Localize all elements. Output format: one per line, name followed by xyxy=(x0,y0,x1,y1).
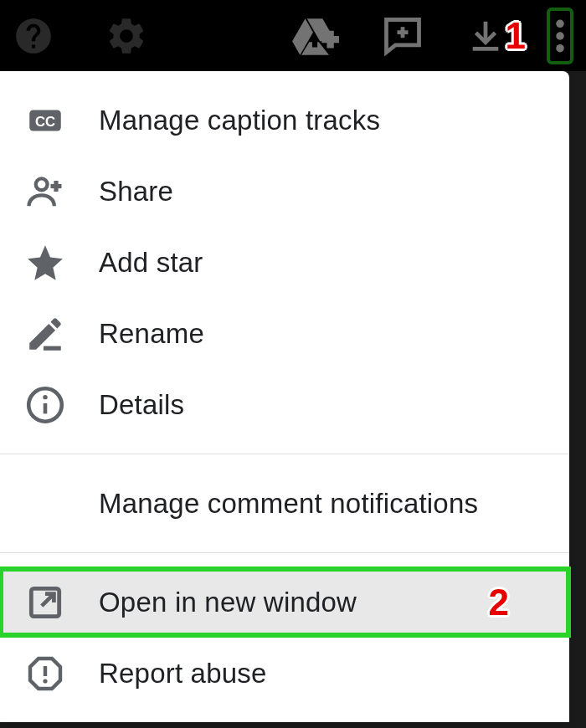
menu-item-label: Manage caption tracks xyxy=(99,105,380,136)
cc-icon: CC xyxy=(23,99,67,142)
menu-item-label: Report abuse xyxy=(99,658,267,690)
svg-rect-14 xyxy=(44,346,61,350)
menu-item-captions[interactable]: CC Manage caption tracks xyxy=(0,85,569,156)
menu-item-label: Rename xyxy=(99,318,204,350)
report-icon xyxy=(23,652,67,695)
annotation-2: 2 xyxy=(489,582,509,623)
menu-item-comment-notifications[interactable]: Manage comment notifications xyxy=(0,468,569,539)
menu-item-label: Add star xyxy=(99,247,203,279)
menu-item-share[interactable]: Share xyxy=(0,156,569,227)
menu-item-label: Share xyxy=(99,176,173,208)
menu-item-label: Details xyxy=(99,389,184,421)
toolbar-dim-overlay xyxy=(0,0,586,71)
menu-item-label: Manage comment notifications xyxy=(99,488,478,520)
overflow-menu: CC Manage caption tracks Share Add star … xyxy=(0,71,569,722)
menu-section-1: CC Manage caption tracks Share Add star … xyxy=(0,71,569,454)
menu-section-2: Manage comment notifications xyxy=(0,454,569,552)
svg-point-11 xyxy=(36,178,48,190)
person-add-icon xyxy=(23,170,67,213)
menu-item-details[interactable]: Details xyxy=(0,369,569,440)
svg-point-22 xyxy=(43,679,47,683)
open-new-window-icon xyxy=(23,581,67,624)
annotation-1: 1 xyxy=(506,15,526,57)
menu-item-star[interactable]: Add star xyxy=(0,227,569,298)
toolbar xyxy=(0,0,586,71)
menu-section-3: Open in new window 2 Report abuse xyxy=(0,553,569,722)
edit-pencil-icon xyxy=(23,312,67,356)
menu-item-label: Open in new window xyxy=(99,587,357,618)
svg-point-17 xyxy=(43,394,47,398)
menu-item-report-abuse[interactable]: Report abuse xyxy=(0,638,569,709)
info-icon xyxy=(23,383,67,427)
menu-item-rename[interactable]: Rename xyxy=(0,298,569,369)
menu-item-open-new-window[interactable]: Open in new window 2 xyxy=(0,567,571,638)
svg-text:CC: CC xyxy=(35,114,55,130)
star-icon xyxy=(23,241,67,285)
